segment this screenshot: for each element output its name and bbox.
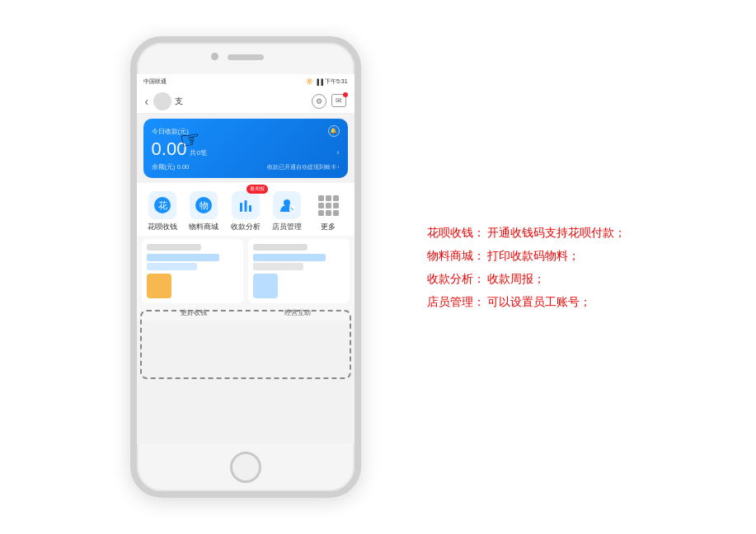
- message-icon[interactable]: ✉: [331, 94, 346, 107]
- dinguan-icon-wrap: ✎: [273, 191, 301, 219]
- info-line-3: 收款分析： 收款周报；: [427, 267, 627, 290]
- header-name: 支: [175, 96, 311, 107]
- svg-rect-6: [244, 200, 247, 212]
- dot: [318, 203, 324, 208]
- balance-text: 余额(元) 0.00: [152, 163, 190, 171]
- menu-item-huabei[interactable]: 花 花呗收钱: [142, 191, 183, 232]
- phone-home-button[interactable]: [230, 452, 261, 483]
- section-card-shoukian: [142, 239, 243, 303]
- avatar: [153, 92, 171, 110]
- arrow-icon: ›: [337, 148, 340, 157]
- zhoubao-badge: 看周报: [247, 185, 268, 194]
- shoucha-label: 收款分析: [231, 222, 261, 232]
- bottom-section: 更好收钱 经营互助: [137, 236, 355, 321]
- header-icons: ⚙ ✉: [312, 94, 346, 109]
- wuliao-icon: 物: [195, 196, 213, 214]
- cursor-hand-icon: ☞: [177, 124, 202, 155]
- shoucha-icon-wrap: 看周报: [232, 191, 260, 219]
- more-icon-wrap: [314, 191, 342, 219]
- section-card-jingying: [248, 239, 350, 303]
- menu-item-wuliao[interactable]: 物 物料商城: [183, 191, 224, 232]
- wuliao-label: 物料商城: [189, 222, 218, 232]
- jingying-label: 经营互助: [284, 308, 311, 317]
- section-footer: 更好收钱 经营互助: [142, 308, 350, 317]
- dinguan-icon: ✎: [278, 196, 296, 214]
- auto-transfer-text[interactable]: 收款已开通自动提现到账卡 ›: [267, 164, 340, 171]
- dot: [333, 195, 339, 201]
- svg-rect-7: [249, 205, 251, 212]
- menu-item-shoucha[interactable]: 看周报 收款分析: [224, 191, 265, 232]
- status-bar: 中国联通 🔆 ▐▐ 下午5:31: [137, 74, 355, 89]
- shoukian-placeholder: [147, 244, 202, 251]
- page-container: 中国联通 🔆 ▐▐ 下午5:31 ‹ 支 ⚙ ✉: [0, 0, 756, 534]
- phone-camera: [211, 53, 218, 60]
- blue-thumb: [253, 274, 278, 298]
- dot: [333, 203, 339, 208]
- section-row: [142, 239, 350, 303]
- phone-screen: 中国联通 🔆 ▐▐ 下午5:31 ‹ 支 ⚙ ✉: [137, 74, 355, 443]
- right-info-panel: 花呗收钱： 开通收钱码支持花呗付款； 物料商城： 打印收款码物料； 收款分析： …: [411, 221, 627, 313]
- info-line-4: 店员管理： 可以设置员工账号；: [427, 290, 627, 313]
- dinguan-label: 店员管理: [272, 222, 302, 232]
- blur-line-3: [253, 254, 326, 261]
- blur-line-2: [147, 263, 197, 270]
- wuliao-icon-wrap: 物: [190, 191, 218, 219]
- grid-dots-icon: [318, 195, 339, 216]
- phone-mockup: 中国联通 🔆 ▐▐ 下午5:31 ‹ 支 ⚙ ✉: [130, 36, 361, 498]
- huabei-label: 花呗收钱: [148, 222, 177, 232]
- header-bar: ‹ 支 ⚙ ✉: [137, 89, 355, 114]
- shoukian-label: 更好收钱: [181, 308, 207, 317]
- huabei-icon: 花: [153, 196, 171, 214]
- blur-line-4: [253, 263, 303, 270]
- back-button[interactable]: ‹: [145, 95, 149, 108]
- blur-line-1: [147, 254, 220, 261]
- menu-section: 花 花呗收钱 物: [137, 183, 355, 236]
- signal-icon: ▐▐: [315, 79, 323, 85]
- menu-row: 花 花呗收钱 物: [137, 183, 355, 236]
- svg-text:花: 花: [157, 200, 167, 210]
- info-line-2: 物料商城： 打印收款码物料；: [427, 244, 627, 267]
- carrier-label: 中国联通: [143, 77, 167, 86]
- card-footer: 余额(元) 0.00 收款已开通自动提现到账卡 ›: [152, 163, 340, 171]
- svg-point-9: [284, 199, 290, 206]
- phone-shell: 中国联通 🔆 ▐▐ 下午5:31 ‹ 支 ⚙ ✉: [130, 36, 361, 498]
- more-label: 更多: [321, 222, 336, 232]
- info-line-1: 花呗收钱： 开通收钱码支持花呗付款；: [427, 221, 627, 244]
- menu-item-more[interactable]: 更多: [308, 191, 349, 232]
- mute-icon[interactable]: 🔔: [328, 125, 340, 137]
- dot: [333, 210, 339, 216]
- phone-speaker: [228, 54, 264, 60]
- dot: [318, 210, 324, 216]
- dot: [318, 195, 324, 201]
- message-badge: [343, 92, 348, 97]
- dot: [326, 195, 331, 201]
- wifi-icon: 🔆: [306, 78, 313, 85]
- shoucha-icon: [237, 196, 255, 214]
- status-right: 🔆 ▐▐ 下午5:31: [306, 77, 348, 86]
- svg-text:物: 物: [200, 200, 209, 210]
- jingying-placeholder: [253, 244, 308, 251]
- menu-item-dinguan[interactable]: ✎ 店员管理: [266, 191, 308, 232]
- svg-text:✎: ✎: [290, 207, 294, 212]
- huabei-icon-wrap: 花: [148, 191, 176, 219]
- svg-rect-5: [240, 203, 242, 212]
- time-label: 下午5:31: [325, 77, 348, 86]
- settings-icon[interactable]: ⚙: [312, 94, 326, 109]
- dot: [326, 210, 331, 216]
- dot: [326, 203, 331, 208]
- orange-thumb: [147, 274, 171, 298]
- revenue-card: 今日收款(元) 🔔 0.00 共0笔 › 余额(元) 0.00: [143, 119, 348, 178]
